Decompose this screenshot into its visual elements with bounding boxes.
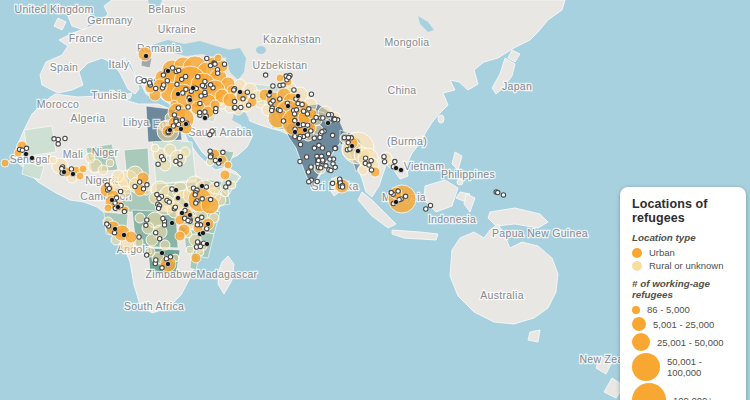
accommodation-dot-vietnam[interactable] [382,160,386,164]
accommodation-dot-levant[interactable] [172,113,176,117]
accommodation-dot-caucasus[interactable] [213,62,217,66]
accommodation-dot-afghanistan-pakistan[interactable] [307,107,311,111]
accommodation-dot-afghanistan-pakistan[interactable] [309,92,313,96]
accommodation-dot-malaysia[interactable] [403,194,407,198]
accommodation-dot-india-central[interactable] [318,135,322,139]
accommodation-dot-central-asia[interactable] [287,75,291,79]
accommodation-dot-india-north[interactable] [309,129,313,133]
refugee-site-dot[interactable] [267,89,272,94]
refugee-bubble-rural[interactable] [160,240,170,250]
accommodation-dot-balkans-greece[interactable] [147,81,151,85]
accommodation-dot-turkey-west[interactable] [161,73,165,77]
accommodation-dot-drc[interactable] [144,223,148,227]
accommodation-dot-south-sudan[interactable] [157,196,161,200]
accommodation-dot-angola-zambia[interactable] [168,255,172,259]
accommodation-dot-levant[interactable] [176,106,180,110]
refugee-bubble-rural[interactable] [221,189,229,197]
accommodation-dot-afghanistan-pakistan[interactable] [301,109,305,113]
accommodation-dot-india-central[interactable] [297,136,301,140]
accommodation-dot-uganda-kenya[interactable] [205,227,209,231]
refugee-site-dot[interactable] [292,129,297,134]
accommodation-dot-central-asia[interactable] [271,84,275,88]
accommodation-dot-south-sudan[interactable] [173,205,177,209]
accommodation-dot-uganda-kenya[interactable] [200,215,204,219]
accommodation-dot-indonesia-east[interactable] [428,203,432,207]
refugee-bubble-urban[interactable] [276,74,284,82]
accommodation-dot-turkey-west[interactable] [162,83,166,87]
refugee-bubble-urban[interactable] [125,231,137,243]
accommodation-dot-caucasus[interactable] [222,62,226,66]
country-fill-mauritania[interactable] [24,126,56,156]
accommodation-dot-burma-thailand[interactable] [369,159,373,163]
accommodation-dot-turkey-east[interactable] [196,75,200,79]
refugee-bubble-rural[interactable] [49,156,57,164]
accommodation-dot-borneo-north[interactable] [501,193,505,197]
refugee-bubble-urban[interactable] [220,170,230,180]
accommodation-dot-drc[interactable] [145,218,149,222]
accommodation-dot-chad[interactable] [138,180,142,184]
refugee-site-dot[interactable] [178,126,183,131]
accommodation-dot-turkey-east[interactable] [181,91,185,95]
accommodation-dot-india-south[interactable] [315,179,319,183]
accommodation-dot-sahel-west[interactable] [56,142,60,146]
refugee-site-dot[interactable] [393,199,398,204]
accommodation-dot-sri-lanka[interactable] [330,181,334,185]
refugee-site-dot[interactable] [121,232,126,237]
refugee-site-dot[interactable] [199,183,204,188]
refugee-bubble-urban[interactable] [191,253,201,263]
accommodation-dot-nigeria[interactable] [118,189,122,193]
accommodation-dot-india-south[interactable] [307,180,311,184]
refugee-site-dot[interactable] [165,261,170,266]
accommodation-dot-india-central[interactable] [333,146,337,150]
refugee-site-dot[interactable] [200,230,205,235]
accommodation-dot-sudan[interactable] [178,162,182,166]
accommodation-dot-india-central[interactable] [326,152,330,156]
accommodation-dot-nepal-bhutan[interactable] [333,117,337,121]
accommodation-dot-india-north[interactable] [305,133,309,137]
accommodation-dot-mozambique-malawi[interactable] [195,240,199,244]
accommodation-dot-india-central[interactable] [305,155,309,159]
refugee-site-dot[interactable] [204,241,209,246]
accommodation-dot-india-central[interactable] [298,142,302,146]
refugee-site-dot[interactable] [115,204,120,209]
accommodation-dot-india-north[interactable] [330,133,334,137]
accommodation-dot-india-north[interactable] [305,123,309,127]
refugee-site-dot[interactable] [179,210,184,215]
accommodation-dot-india-north[interactable] [314,115,318,119]
accommodation-dot-india-north[interactable] [320,130,324,134]
accommodation-dot-india-central[interactable] [328,157,332,161]
refugee-site-dot[interactable] [183,121,188,126]
accommodation-dot-chad[interactable] [141,187,145,191]
accommodation-dot-afghanistan-pakistan[interactable] [300,102,304,106]
accommodation-dot-levant[interactable] [174,119,178,123]
refugee-bubble-urban[interactable] [224,161,232,169]
accommodation-dot-india-south[interactable] [306,170,310,174]
refugee-site-dot[interactable] [295,121,300,126]
accommodation-dot-chad[interactable] [145,183,149,187]
accommodation-dot-india-south[interactable] [329,168,333,172]
accommodation-dot-ethiopia[interactable] [194,201,198,205]
accommodation-dot-yemen[interactable] [213,158,217,162]
accommodation-dot-india-central[interactable] [298,159,302,163]
accommodation-dot-caucasus[interactable] [205,56,209,60]
accommodation-dot-sri-lanka[interactable] [340,185,344,189]
refugee-site-dot[interactable] [143,53,148,58]
accommodation-dot-iran[interactable] [251,94,255,98]
refugee-bubble-rural[interactable] [135,213,145,223]
accommodation-dot-south-sudan[interactable] [167,200,171,204]
refugee-bubble-rural[interactable] [85,153,95,163]
accommodation-dot-iran[interactable] [239,105,243,109]
accommodation-dot-uganda-kenya[interactable] [195,223,199,227]
accommodation-dot-borneo-north[interactable] [496,190,500,194]
refugee-site-dot[interactable] [217,157,222,162]
refugee-bubble-rural[interactable] [106,159,114,167]
accommodation-dot-iraq[interactable] [203,110,207,114]
accommodation-dot-sudan[interactable] [161,158,165,162]
refugee-site-dot[interactable] [190,85,195,90]
accommodation-dot-turkey-east[interactable] [183,74,187,78]
accommodation-dot-uganda-kenya[interactable] [186,218,190,222]
refugee-site-dot[interactable] [349,143,354,148]
accommodation-dot-yemen[interactable] [208,155,212,159]
accommodation-dot-indonesia-east[interactable] [424,207,428,211]
refugee-bubble-urban[interactable] [1,159,9,167]
